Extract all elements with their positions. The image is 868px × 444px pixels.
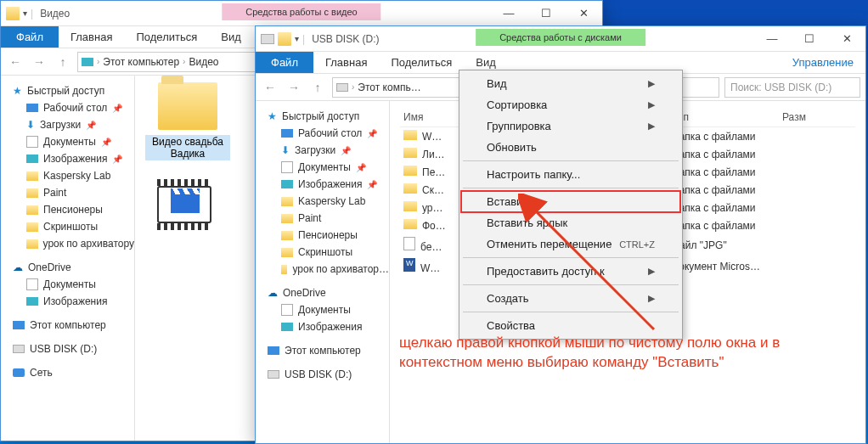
sidebar-item[interactable]: Paint bbox=[1, 184, 134, 201]
menu-item[interactable]: Настроить папку... bbox=[461, 164, 680, 185]
desktop-icon bbox=[281, 129, 293, 138]
pin-icon: 📌 bbox=[367, 180, 377, 189]
chevron-right-icon: ▶ bbox=[648, 266, 655, 277]
menu-item[interactable]: Вставить bbox=[461, 191, 680, 212]
pictures-icon bbox=[26, 155, 38, 163]
sidebar-item-pictures[interactable]: Изображения📌 bbox=[256, 176, 389, 193]
folder-icon bbox=[26, 171, 38, 181]
context-menu: Вид▶Сортировка▶Группировка▶ОбновитьНастр… bbox=[459, 70, 683, 340]
usb-item[interactable]: USB DISK (D:) bbox=[256, 366, 389, 383]
menu-item[interactable]: Создать▶ bbox=[461, 288, 680, 309]
forward-button[interactable]: → bbox=[30, 53, 48, 71]
titlebar[interactable]: ▾ | Видео Средства работы с видео — ☐ ✕ bbox=[1, 1, 602, 26]
sidebar-item[interactable]: Paint bbox=[256, 210, 389, 227]
sidebar-item[interactable]: Скриншоты bbox=[256, 244, 389, 261]
menu-item[interactable]: Сортировка▶ bbox=[461, 94, 680, 115]
qat-dropdown-icon[interactable]: ▾ bbox=[295, 34, 299, 43]
sidebar-item-documents[interactable]: Документы📌 bbox=[1, 133, 134, 150]
sidebar-item-documents[interactable]: Документы📌 bbox=[256, 159, 389, 176]
sidebar-item[interactable]: Изображения bbox=[1, 293, 134, 310]
sidebar-item[interactable]: Документы bbox=[256, 301, 389, 318]
network-item[interactable]: Сеть bbox=[1, 364, 134, 381]
close-button[interactable]: ✕ bbox=[565, 1, 602, 25]
sidebar-item-desktop[interactable]: Рабочий стол📌 bbox=[1, 99, 134, 116]
sidebar-item[interactable]: урок по архиватору bbox=[1, 235, 134, 252]
sidebar-item[interactable]: Kaspersky Lab bbox=[256, 193, 389, 210]
sidebar-item[interactable]: Пенсионеры bbox=[1, 201, 134, 218]
maximize-button[interactable]: ☐ bbox=[791, 26, 828, 50]
menu-item-label: Группировка bbox=[487, 120, 551, 132]
window-title: USB DISK (D:) bbox=[312, 33, 379, 45]
pin-icon: 📌 bbox=[356, 163, 366, 172]
network-icon bbox=[13, 368, 25, 377]
minimize-button[interactable]: — bbox=[490, 1, 527, 25]
folder-item-selected[interactable]: Видео свадьба Вадика bbox=[145, 82, 230, 160]
file-tab[interactable]: Файл bbox=[1, 26, 59, 48]
quick-access-header[interactable]: ★Быстрый доступ bbox=[256, 108, 389, 125]
menu-separator bbox=[463, 312, 679, 312]
ribbon-tab-manage[interactable]: Управление bbox=[781, 52, 865, 73]
menu-item-label: Предоставить доступ к bbox=[487, 265, 605, 278]
sidebar-item[interactable]: Kaspersky Lab bbox=[1, 167, 134, 184]
onedrive-header[interactable]: ☁OneDrive bbox=[1, 259, 134, 276]
this-pc-header[interactable]: Этот компьютер bbox=[1, 317, 134, 334]
folder-icon bbox=[26, 222, 38, 232]
sidebar-item[interactable]: урок по архиватор… bbox=[256, 261, 389, 278]
minimize-button[interactable]: — bbox=[753, 26, 791, 50]
search-placeholder: Поиск: USB DISK (D:) bbox=[730, 81, 831, 93]
sidebar-item-downloads[interactable]: ⬇Загрузки📌 bbox=[1, 116, 134, 133]
menu-item[interactable]: Вид▶ bbox=[461, 73, 680, 94]
menu-item[interactable]: Отменить перемещениеCTRL+Z bbox=[461, 233, 680, 255]
qat-dropdown-icon[interactable]: ▾ bbox=[23, 8, 27, 18]
breadcrumb-segment[interactable]: Видео bbox=[189, 56, 218, 68]
file-type: Папка с файлами bbox=[672, 220, 782, 232]
ribbon-tab-share[interactable]: Поделиться bbox=[124, 26, 209, 48]
folder-icon bbox=[281, 248, 293, 257]
sidebar-item[interactable]: Скриншоты bbox=[1, 218, 134, 235]
video-thumbnail-icon[interactable] bbox=[157, 186, 211, 223]
menu-item[interactable]: Предоставить доступ к▶ bbox=[461, 261, 680, 282]
close-button[interactable]: ✕ bbox=[828, 26, 865, 50]
sidebar-item-desktop[interactable]: Рабочий стол📌 bbox=[256, 125, 389, 142]
sidebar-item[interactable]: Документы bbox=[1, 276, 134, 293]
file-name: Пе… bbox=[422, 166, 445, 178]
nav-pane: ★Быстрый доступ Рабочий стол📌 ⬇Загрузки📌… bbox=[1, 76, 135, 441]
menu-separator bbox=[463, 257, 679, 258]
window-controls: — ☐ ✕ bbox=[490, 1, 602, 25]
sidebar-item-pictures[interactable]: Изображения📌 bbox=[1, 150, 134, 167]
back-button[interactable]: ← bbox=[6, 53, 25, 71]
forward-button[interactable]: → bbox=[285, 78, 303, 97]
download-icon: ⬇ bbox=[281, 144, 290, 156]
menu-item[interactable]: Вставить ярлык bbox=[461, 212, 680, 233]
ribbon-tab-home[interactable]: Главная bbox=[59, 26, 124, 48]
ribbon-tab-home[interactable]: Главная bbox=[313, 52, 379, 73]
sidebar-item[interactable]: Пенсионеры bbox=[256, 227, 389, 244]
menu-item[interactable]: Группировка▶ bbox=[461, 115, 680, 137]
quick-access-header[interactable]: ★Быстрый доступ bbox=[1, 82, 134, 99]
folder-icon bbox=[403, 148, 417, 158]
folder-icon bbox=[26, 188, 38, 198]
column-header-type[interactable]: Тип bbox=[672, 111, 782, 123]
this-pc-header[interactable]: Этот компьютер bbox=[256, 342, 389, 359]
search-input[interactable]: Поиск: USB DISK (D:) bbox=[724, 77, 860, 98]
app-icon bbox=[6, 7, 20, 20]
file-type: Папка с файлами bbox=[672, 131, 782, 143]
breadcrumb-segment[interactable]: Этот компьютер bbox=[103, 56, 179, 68]
titlebar[interactable]: ▾ | USB DISK (D:) Средства работы с диск… bbox=[256, 26, 865, 52]
ribbon-tab-share[interactable]: Поделиться bbox=[379, 52, 464, 73]
breadcrumb-segment[interactable]: Этот компь… bbox=[358, 81, 420, 93]
file-tab[interactable]: Файл bbox=[256, 52, 313, 73]
column-header-size[interactable]: Разм bbox=[782, 111, 825, 123]
back-button[interactable]: ← bbox=[261, 78, 279, 97]
up-button[interactable]: ↑ bbox=[54, 53, 72, 71]
maximize-button[interactable]: ☐ bbox=[527, 1, 565, 25]
usb-item[interactable]: USB DISK (D:) bbox=[1, 340, 134, 357]
onedrive-header[interactable]: ☁OneDrive bbox=[256, 284, 389, 301]
quick-access-label: Быстрый доступ bbox=[27, 85, 104, 97]
menu-item[interactable]: Обновить bbox=[461, 137, 680, 158]
ribbon-tab-view[interactable]: Вид bbox=[209, 26, 253, 48]
up-button[interactable]: ↑ bbox=[308, 78, 327, 97]
sidebar-item-downloads[interactable]: ⬇Загрузки📌 bbox=[256, 142, 389, 159]
window-title: Видео bbox=[40, 8, 70, 20]
sidebar-item[interactable]: Изображения bbox=[256, 318, 389, 335]
